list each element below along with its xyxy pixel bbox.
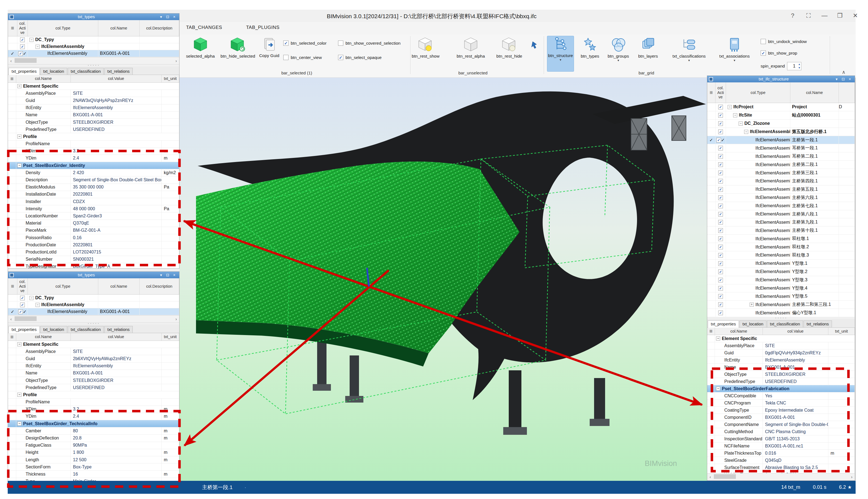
- property-row[interactable]: ObjectTypeSTEELBOXGIRDER: [707, 371, 855, 378]
- property-row[interactable]: CNCProgramTekla CNC: [707, 400, 855, 407]
- hide-selected-button[interactable]: btn_hide_selected: [216, 37, 260, 59]
- property-row[interactable]: XDim3.2m: [8, 148, 179, 155]
- tree-row[interactable]: IfcElementAssembly主桥第三段.1: [707, 169, 855, 177]
- spinner-arrows-icon[interactable]: ▲▼: [798, 63, 801, 70]
- tree-row[interactable]: IfcElementAssembly: [8, 302, 179, 308]
- tree-row[interactable]: IfcElementAssembly主桥第一段.1: [707, 136, 855, 144]
- tab-properties[interactable]: txt_properties: [9, 68, 40, 75]
- property-row[interactable]: WeldingTypeAutomatic SAW: [707, 471, 855, 473]
- property-row[interactable]: PredefinedTypeUSERDEFINED: [8, 126, 179, 133]
- rest-show-button[interactable]: btn_rest_show: [406, 37, 445, 59]
- tree-row[interactable]: IfcElementAssembly偏心Y型墩.1: [707, 309, 855, 317]
- property-row[interactable]: AssemblyPlaceSITE: [8, 90, 179, 97]
- tree-row[interactable]: IfcElementAssemblyY型墩.1: [707, 259, 855, 268]
- property-row[interactable]: ObjectTypeSTEELBOXGIRDER: [8, 119, 179, 126]
- rest-hide-button[interactable]: btn_rest_hide: [490, 37, 529, 59]
- panel-splitter[interactable]: • • • • •: [707, 317, 855, 319]
- layers-button[interactable]: btn_layers: [635, 37, 661, 59]
- property-row[interactable]: LocationNumberSpan2-Girder3: [8, 212, 179, 220]
- panel-dropdown-icon[interactable]: ▾: [158, 15, 164, 19]
- panel-close-icon[interactable]: ×: [171, 273, 178, 277]
- panel-splitter[interactable]: • • • • •: [8, 322, 179, 325]
- property-row[interactable]: SteelGradeQ345qD: [707, 457, 855, 464]
- tree-row[interactable]: IfcElementAssembly耳桥第一段.1: [707, 144, 855, 153]
- panel-close-icon[interactable]: ×: [846, 77, 853, 81]
- tree-row[interactable]: IfcElementAssembly: [8, 43, 179, 50]
- tree-row[interactable]: IfcElementAssembly双柱墩.2: [707, 243, 855, 251]
- types-button[interactable]: btn_types: [578, 37, 602, 59]
- property-row[interactable]: ProfileName: [8, 141, 179, 148]
- groups-button[interactable]: btn_groups ▾: [605, 37, 632, 62]
- tab-relations[interactable]: txt_relations: [804, 320, 832, 327]
- property-row[interactable]: IfcEntityIfcElementAssembly: [707, 356, 855, 364]
- tree-row[interactable]: IfcElementAssemblyY型墩.3: [707, 276, 855, 284]
- tab-classification[interactable]: txt_classification: [68, 326, 104, 333]
- tab-properties[interactable]: txt_properties: [9, 326, 40, 333]
- horizontal-scrollbar[interactable]: [707, 473, 855, 480]
- tree-row[interactable]: IfcElementAssemblyY型墩.5: [707, 292, 855, 301]
- tab-plugins[interactable]: TAB_PLUGINS: [246, 25, 279, 30]
- tree-row[interactable]: IfcSite站点00000301: [707, 111, 855, 120]
- property-row[interactable]: PredefinedTypeUSERDEFINED: [707, 378, 855, 385]
- tree-row[interactable]: IfcElementAssembly双柱墩.1: [707, 235, 855, 243]
- property-row[interactable]: MaterialQ370qE: [8, 220, 179, 227]
- copy-guid-button[interactable]: Copy Guid: [255, 37, 283, 58]
- panel-dropdown-icon[interactable]: ▾: [158, 273, 164, 277]
- property-row[interactable]: PlateThicknessTop0.016m: [707, 450, 855, 457]
- property-row[interactable]: ObjectTypeSTEELBOXGIRDER: [8, 377, 179, 384]
- spin-value-input[interactable]: 1▲▼: [787, 62, 801, 70]
- property-group-row[interactable]: Pset_SteelBoxGirderFabrication: [707, 385, 855, 392]
- property-row[interactable]: DesignDeflection20.8m: [8, 435, 179, 442]
- property-row[interactable]: XDim3.2m: [8, 406, 179, 413]
- property-row[interactable]: ProductionLotIdLOT20240715: [8, 248, 179, 256]
- tree-row[interactable]: IfcElementAssemblyY型墩.4: [707, 284, 855, 293]
- classifications-button[interactable]: txt_classifications ▾: [664, 37, 714, 62]
- panel-splitter[interactable]: • • • • •: [8, 64, 179, 66]
- property-row[interactable]: CNCCompatibleYes: [707, 392, 855, 400]
- property-row[interactable]: Height1 800m: [8, 449, 179, 456]
- property-row[interactable]: PoissonRatio0.16: [8, 234, 179, 241]
- panel-dropdown-icon[interactable]: ▾: [833, 77, 840, 81]
- property-group-row[interactable]: Element Specific: [8, 341, 179, 348]
- tree-row[interactable]: IfcElementAssembly主桥第四段.1: [707, 177, 855, 185]
- panel-dock-icon[interactable]: ⊡: [164, 273, 171, 277]
- tab-properties[interactable]: txt_properties: [708, 320, 739, 328]
- property-row[interactable]: IfcEntityIfcElementAssembly: [8, 363, 179, 370]
- horizontal-scrollbar[interactable]: [8, 57, 179, 64]
- property-row[interactable]: CuttingMethodCNC Plasma Cutting: [707, 428, 855, 435]
- property-row[interactable]: Guid0gdFlpQVuHy934p2znREYz: [707, 349, 855, 356]
- close-icon[interactable]: ✕: [849, 11, 862, 20]
- tree-row[interactable]: IfcElementAssembly主桥第五段.1: [707, 185, 855, 194]
- property-row[interactable]: ProductionDate20220801: [8, 241, 179, 248]
- property-row[interactable]: AssemblyPlaceSITE: [707, 342, 855, 349]
- tree-row[interactable]: IfcElementAssembly耳桥第二段.1: [707, 153, 855, 161]
- tab-changes[interactable]: TAB_CHANGES: [186, 25, 222, 30]
- property-row[interactable]: Density2 420kg/m2: [8, 169, 179, 177]
- property-row[interactable]: Thickness16m: [8, 471, 179, 478]
- panel-dock-icon[interactable]: ⊡: [840, 77, 846, 81]
- tree-row[interactable]: IfcElementAssembly主桥第二段.1: [707, 161, 855, 169]
- property-row[interactable]: TypeDesignatorBoxGirder_Type_A: [8, 263, 179, 268]
- property-row[interactable]: Length12 500m: [8, 456, 179, 463]
- select-opaque-checkbox[interactable]: btn_select_opaque: [338, 55, 381, 60]
- tree-row[interactable]: IfcElementAssembly主桥第九段.1: [707, 218, 855, 227]
- property-row[interactable]: YDim2.4m: [8, 155, 179, 162]
- tab-relations[interactable]: txt_relations: [104, 68, 133, 75]
- property-row[interactable]: ElasticModulus35 300 000 000Pa: [8, 184, 179, 191]
- fullscreen-icon[interactable]: ⛶: [802, 11, 815, 20]
- property-row[interactable]: Intensity48 000 000Pa: [8, 205, 179, 212]
- property-row[interactable]: NCFileNameBXG001-A-001.nc1: [707, 442, 855, 450]
- tree-row[interactable]: IfcElementAssembly主桥第十段.1: [707, 227, 855, 235]
- property-row[interactable]: CoatingTypeEpoxy Intermediate Coat: [707, 407, 855, 414]
- tree-row[interactable]: IfcElementAssemblyBXG001-A-001: [8, 308, 179, 315]
- property-row[interactable]: SectionFormBox-Type: [8, 463, 179, 471]
- property-row[interactable]: Guid2NAW3xQVqHyAPsp2znREYz: [8, 97, 179, 104]
- property-row[interactable]: ComponentNameSegment of Single-Box Doubl…: [707, 421, 855, 428]
- tab-location[interactable]: txt_location: [740, 320, 766, 327]
- tree-row[interactable]: IfcElementAssembly第五版北步行桥.1: [707, 128, 855, 136]
- show-covered-selection-checkbox[interactable]: btn_show_covered_selection: [338, 40, 401, 46]
- property-row[interactable]: SurfaceTreatmentAbrasive Blasting to Sa …: [707, 464, 855, 471]
- tree-row[interactable]: IfcElementAssembly主桥第二和第三段.1: [707, 301, 855, 309]
- spin-expand-control[interactable]: spin_expand 1▲▼: [760, 62, 801, 70]
- property-group-row[interactable]: Element Specific: [8, 83, 179, 90]
